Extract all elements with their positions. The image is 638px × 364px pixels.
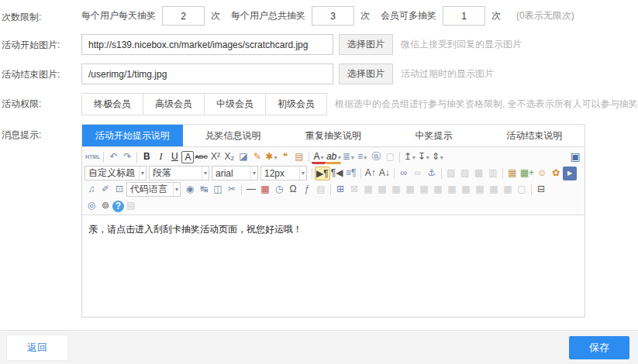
code-language-select[interactable]: 代码语言▾ [126, 182, 181, 197]
image-align-center-icon: ▩ [472, 167, 486, 180]
insert-link-icon[interactable]: ∞ [397, 167, 411, 180]
preview-icon[interactable]: ◎ [84, 199, 98, 213]
insert-time-icon[interactable]: ◷ [272, 183, 286, 197]
special-chars-icon[interactable]: Ω [286, 183, 300, 197]
chevron-down-icon: ▾ [412, 154, 416, 161]
message-tab-0[interactable]: 活动开始提示说明 [82, 125, 183, 146]
insert-music-icon[interactable]: ♫ [84, 183, 98, 197]
paragraph-select[interactable]: 段落▾ [149, 166, 209, 180]
scratch-card-activity-settings-page: 次数限制: 每个用户每天抽奖次每个用户总共抽奖次会员可多抽奖次 (0表示无限次)… [0, 0, 638, 364]
back-button[interactable]: 返回 [6, 335, 68, 361]
help-icon[interactable]: ? [112, 201, 124, 212]
average-cols-icon: ▦ [501, 183, 515, 197]
search-replace-icon[interactable]: ⊚ [98, 199, 112, 213]
save-button[interactable]: 保存 [569, 336, 629, 359]
insert-formula-icon[interactable]: ƒ [300, 183, 314, 197]
insert-table-icon[interactable]: ⊞ [333, 183, 347, 197]
end-image-pick-button[interactable]: 选择图片 [339, 64, 393, 84]
editor-content[interactable]: 亲，请点击进入刮刮卡抽奖活动页面，祝您好运哦！ [82, 215, 585, 317]
delete-col-icon: ▦ [431, 183, 445, 197]
source-code-icon[interactable]: HTML [84, 150, 101, 164]
limit-count-input-0[interactable] [162, 6, 205, 26]
anchor-icon[interactable]: ⓐ [369, 150, 383, 164]
emotion-icon[interactable]: ☺ [535, 167, 549, 180]
auto-typeset-icon[interactable]: ✱▾ [264, 150, 278, 164]
font-border-icon[interactable]: A [181, 151, 194, 163]
delete-row-icon: ▦ [417, 183, 431, 197]
text-direction-ltr-icon[interactable]: ¶◀ [330, 167, 344, 180]
settings-form: 次数限制: 每个用户每天抽奖次每个用户总共抽奖次会员可多抽奖次 (0表示无限次)… [0, 0, 638, 318]
chevron-down-icon: ▾ [440, 154, 443, 161]
screenshot-icon[interactable]: ✂ [225, 183, 239, 197]
insert-frame-icon[interactable]: ⊡ [112, 183, 126, 197]
start-image-pick-button[interactable]: 选择图片 [339, 34, 393, 55]
italic-icon[interactable]: I [153, 150, 167, 164]
insert-map-icon[interactable]: ◉ [183, 183, 197, 197]
insert-attachment-icon[interactable]: ✐ [98, 183, 112, 197]
ordered-list-icon[interactable]: ≣▾ [341, 150, 355, 164]
page-break-icon[interactable]: ↹ [197, 183, 211, 197]
member-group-button-2[interactable]: 中级会员 [204, 93, 266, 115]
chevron-down-icon: ▾ [173, 183, 180, 196]
undo-icon[interactable]: ↶ [106, 150, 120, 164]
blockquote-icon[interactable]: ❝ [278, 150, 292, 164]
background-color-icon[interactable]: ab▾ [326, 152, 341, 164]
indent-first-line-icon[interactable]: ▶¶ [315, 167, 330, 180]
paragraph-spacing-top-icon[interactable]: ↥▾ [402, 150, 416, 164]
font-size-decrease-icon[interactable]: A↓ [378, 167, 391, 180]
remove-link-icon: ∞ [411, 167, 425, 180]
multi-image-upload-icon[interactable]: ▦+ [519, 167, 535, 180]
chevron-down-icon: ▾ [351, 154, 354, 161]
fullscreen-icon[interactable]: ▣ [568, 150, 582, 164]
font-family-select[interactable]: arial▾ [212, 166, 258, 180]
limit-count-input-2[interactable] [443, 6, 485, 26]
message-tab-4[interactable]: 活动结束说明 [484, 125, 585, 146]
message-tab-2[interactable]: 重复抽奖说明 [283, 125, 384, 146]
format-match-icon[interactable]: ✎ [250, 150, 264, 164]
font-size-increase-icon[interactable]: A↑ [364, 167, 378, 180]
text-direction-rtl-icon[interactable]: ≡¶ [344, 167, 358, 180]
toolbar-separator [241, 184, 242, 195]
insert-date-icon[interactable]: ▦ [258, 183, 272, 197]
toolbar-separator [309, 152, 309, 163]
print-icon[interactable]: ⊟ [534, 183, 548, 197]
end-image-url-input[interactable] [81, 64, 333, 84]
underline-icon[interactable]: U [167, 150, 181, 164]
member-group-button-3[interactable]: 初级会员 [265, 93, 327, 115]
insert-template-icon[interactable]: ◫ [211, 183, 225, 197]
message-tab-3[interactable]: 中奖提示 [384, 125, 485, 146]
superscript-icon[interactable]: X² [209, 150, 222, 164]
strikethrough-icon[interactable]: ABC [194, 150, 208, 164]
permission-hint: 根据选中的会员组进行参与抽奖资格限制, 全不选表示所有人可以参与抽奖 [335, 98, 638, 111]
horizontal-rule-icon[interactable]: — [244, 183, 258, 197]
format-clear-icon[interactable]: ◪ [236, 150, 250, 164]
font-size-select[interactable]: 12px▾ [260, 166, 307, 180]
scrawl-icon[interactable]: ✿ [549, 167, 563, 180]
insert-video-icon[interactable]: ▶ [563, 167, 577, 180]
unordered-list-icon[interactable]: ≡▾ [355, 150, 369, 164]
line-height-icon[interactable]: ⇕▾ [430, 150, 444, 164]
image-align-left-icon: ▨ [458, 167, 472, 180]
member-group-button-0[interactable]: 终极会员 [81, 93, 143, 115]
toolbar-separator [312, 168, 312, 179]
bold-icon[interactable]: B [140, 150, 153, 164]
limit-field-0: 每个用户每天抽奖次 [81, 6, 220, 26]
custom-title-select[interactable]: 自定义标题▾ [84, 166, 147, 180]
toolbar-separator [360, 168, 361, 179]
limit-count-input-1[interactable] [312, 6, 354, 26]
delete-table-icon: ⊠ [347, 183, 361, 197]
member-group-button-1[interactable]: 高级会员 [143, 93, 205, 115]
redo-icon[interactable]: ↷ [120, 150, 134, 164]
start-image-url-input[interactable] [81, 34, 333, 55]
paste-plain-icon[interactable]: ▤ [292, 150, 306, 164]
draw-limits-fields: 每个用户每天抽奖次每个用户总共抽奖次会员可多抽奖次 (0表示无限次) [81, 6, 574, 26]
insert-anchor-icon[interactable]: ⚓ [425, 167, 439, 180]
paragraph-spacing-bottom-icon[interactable]: ↧▾ [416, 150, 430, 164]
image-align-none-icon: ▧ [444, 167, 458, 180]
message-tab-1[interactable]: 兑奖信息说明 [183, 125, 284, 146]
subscript-icon[interactable]: X₂ [222, 150, 236, 164]
toolbar-separator [441, 168, 442, 179]
start-image-hint: 微信上接受到回复的显示图片 [401, 38, 522, 51]
font-color-icon[interactable]: A▾ [312, 152, 326, 164]
insert-image-icon[interactable]: ▦ [505, 167, 519, 180]
